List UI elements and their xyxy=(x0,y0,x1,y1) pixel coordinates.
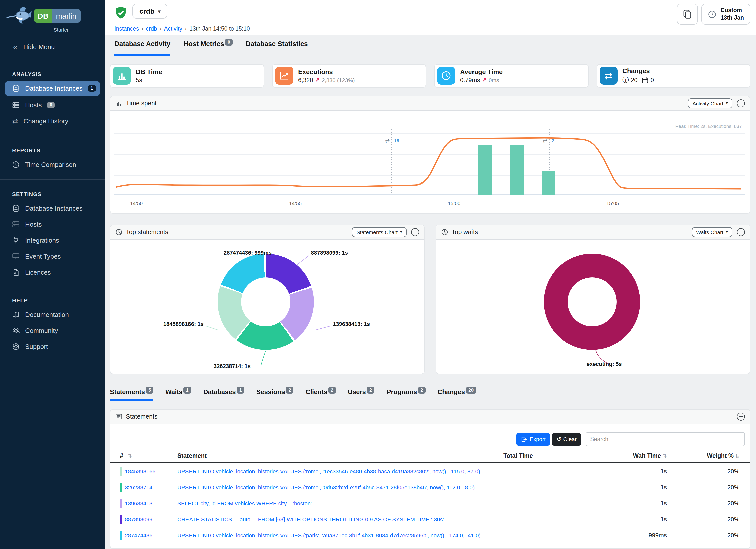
sort-icon[interactable]: ⇅ xyxy=(128,453,132,459)
health-shield-icon xyxy=(114,6,127,19)
sidebar-item-change-history[interactable]: ⇄ Change History xyxy=(0,113,105,129)
export-button[interactable]: Export xyxy=(516,433,550,445)
statements-table-panel: Statements Export ↺ Clear #⇅ xyxy=(110,409,750,549)
sidebar-item-licences[interactable]: Licences xyxy=(0,264,105,280)
tab-host-metrics[interactable]: Host Metrics0 xyxy=(183,40,233,56)
sidebar-item-community[interactable]: Community xyxy=(0,322,105,338)
sidebar: DBmarlin Starter « Hide Menu ANALYSIS Da… xyxy=(0,0,105,549)
sidebar-item-settings-database-instances[interactable]: Database Instances xyxy=(0,200,105,216)
change-marker-count[interactable]: 2 xyxy=(552,138,554,143)
search-input[interactable] xyxy=(586,432,745,446)
executions-bar[interactable] xyxy=(542,171,555,195)
statement-id-link[interactable]: 326238714 xyxy=(125,484,152,490)
x-tick: 14:50 xyxy=(130,201,143,206)
statement-id-link[interactable]: 287474436 xyxy=(125,532,152,538)
tab-waits[interactable]: Waits1 xyxy=(165,388,191,401)
count-badge: 2 xyxy=(367,387,374,394)
col-weight[interactable]: Weight % xyxy=(707,452,734,459)
donut-label[interactable]: 1845898166: 1s xyxy=(130,321,204,327)
tab-sessions[interactable]: Sessions2 xyxy=(256,388,294,401)
executions-bar[interactable] xyxy=(478,145,492,195)
time-spent-panel: Time spent Activity Chart ▾ Peak Time: 2… xyxy=(110,96,750,214)
tab-programs[interactable]: Programs2 xyxy=(387,388,425,401)
breadcrumb-crdb[interactable]: crdb xyxy=(146,26,157,32)
sidebar-item-settings-hosts[interactable]: Hosts xyxy=(0,216,105,232)
copy-link-button[interactable] xyxy=(677,4,698,25)
tab-statements[interactable]: Statements5 xyxy=(110,388,153,401)
statement-sql-link[interactable]: SELECT city, id FROM vehicles WHERE city… xyxy=(177,500,312,506)
time-range-button[interactable]: Custom 13th Jan xyxy=(702,4,750,25)
activity-line-chart[interactable]: ⇄ 18 ⇄ 2 14:50 14:55 15:00 15:05 xyxy=(114,112,745,211)
statement-id-link[interactable]: 139638413 xyxy=(125,500,152,506)
statement-sql-link[interactable]: CREATE STATISTICS __auto__ FROM [63] WIT… xyxy=(177,516,444,522)
tab-label: Database Statistics xyxy=(246,40,308,48)
change-marker-count[interactable]: 18 xyxy=(394,138,399,143)
statements-chart-selector[interactable]: Statements Chart ▾ xyxy=(352,227,407,237)
sidebar-item-support[interactable]: Support xyxy=(0,338,105,354)
sort-icon[interactable]: ⇅ xyxy=(735,453,739,459)
tab-database-activity[interactable]: Database Activity xyxy=(114,40,170,56)
donut-label[interactable]: 287474436: 999ms xyxy=(185,250,272,256)
statement-sql-link[interactable]: UPSERT INTO vehicle_location_histories V… xyxy=(177,468,480,474)
panel-title: Top statements xyxy=(126,229,168,236)
waits-chart-selector[interactable]: Waits Chart ▾ xyxy=(692,227,732,237)
hide-menu-button[interactable]: « Hide Menu xyxy=(0,41,105,53)
instance-selector[interactable]: crdb ▾ xyxy=(132,4,168,19)
sidebar-item-documentation[interactable]: Documentation xyxy=(0,306,105,322)
donut-label[interactable]: executing: 5s xyxy=(587,361,622,367)
donut-label[interactable]: 326238714: 1s xyxy=(200,363,265,369)
collapse-panel-icon[interactable] xyxy=(737,99,745,107)
sidebar-item-integrations[interactable]: Integrations xyxy=(0,232,105,248)
caret-down-icon: ▾ xyxy=(400,230,402,234)
trend-up-icon: ↗ xyxy=(482,77,487,83)
book-icon xyxy=(12,311,20,318)
donut-label[interactable]: 139638413: 1s xyxy=(333,321,370,327)
wait-time-value: 1s xyxy=(563,516,667,523)
col-wait-time[interactable]: Wait Time xyxy=(633,452,661,459)
top-waits-panel: Top waits Waits Chart ▾ executing: 5s xyxy=(436,225,750,374)
sidebar-item-event-types[interactable]: Event Types xyxy=(0,248,105,264)
breadcrumb-sep: › xyxy=(141,26,143,32)
sidebar-item-database-instances[interactable]: Database Instances 1 xyxy=(5,81,100,96)
tab-changes[interactable]: Changes20 xyxy=(437,388,476,401)
wait-time-value: 1s xyxy=(563,468,667,475)
col-total-time[interactable]: Total Time xyxy=(503,452,563,459)
sidebar-item-time-comparison[interactable]: Time Comparison xyxy=(0,156,105,172)
time-range-mode: Custom xyxy=(721,7,744,14)
tab-label: Programs xyxy=(387,388,417,396)
statements-donut-chart[interactable] xyxy=(218,254,314,350)
calendar-change-count: 0 xyxy=(651,77,654,84)
statement-id-link[interactable]: 1845898166 xyxy=(125,468,155,474)
collapse-panel-icon[interactable] xyxy=(411,228,419,236)
clock-icon xyxy=(12,161,20,168)
chevrons-left-icon: « xyxy=(13,42,17,51)
card-title: Changes xyxy=(622,67,654,75)
lifebuoy-icon xyxy=(12,343,20,350)
breadcrumb-activity[interactable]: Activity xyxy=(164,26,182,32)
tab-users[interactable]: Users2 xyxy=(348,388,374,401)
sort-icon[interactable]: ⇅ xyxy=(663,453,667,459)
x-tick: 15:00 xyxy=(448,201,460,206)
tab-databases[interactable]: Databases1 xyxy=(203,388,244,401)
executions-bar[interactable] xyxy=(510,145,524,195)
statement-id-link[interactable]: 887898099 xyxy=(125,516,152,522)
col-num[interactable]: # xyxy=(120,452,123,459)
activity-chart-selector[interactable]: Activity Chart ▾ xyxy=(688,98,732,108)
collapse-panel-icon[interactable] xyxy=(737,228,745,236)
statement-sql-link[interactable]: UPSERT INTO vehicle_location_histories V… xyxy=(177,532,481,538)
waits-donut-chart[interactable] xyxy=(544,254,640,350)
statement-sql-link[interactable]: UPSERT INTO vehicle_location_histories V… xyxy=(177,484,475,490)
clock-icon xyxy=(437,67,455,85)
sidebar-item-hosts[interactable]: Hosts 0 xyxy=(0,97,105,113)
tab-clients[interactable]: Clients2 xyxy=(306,388,336,401)
donut-label[interactable]: 887898099: 1s xyxy=(311,250,348,256)
caret-down-icon: ▾ xyxy=(726,101,728,106)
clear-button[interactable]: ↺ Clear xyxy=(552,433,581,445)
collapse-panel-icon[interactable] xyxy=(737,413,745,421)
breadcrumb: Instances › crdb › Activity › 13th Jan 1… xyxy=(114,26,750,32)
wait-time-value: 1s xyxy=(563,484,667,491)
tab-database-statistics[interactable]: Database Statistics xyxy=(246,40,308,56)
swap-arrows-icon: ⇄ xyxy=(599,67,617,85)
breadcrumb-instances[interactable]: Instances xyxy=(114,26,139,32)
col-statement[interactable]: Statement xyxy=(177,452,503,459)
